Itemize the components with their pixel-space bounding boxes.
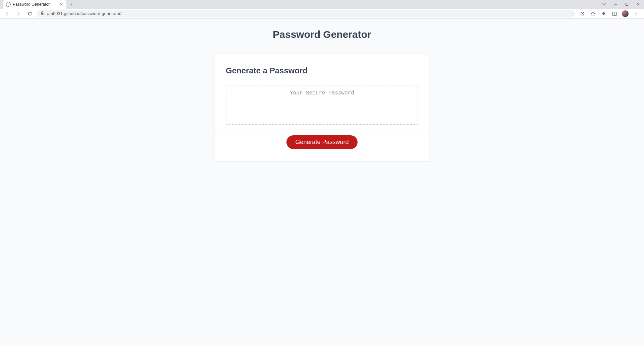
bookmark-star-icon[interactable] <box>588 9 598 18</box>
close-tab-icon[interactable]: ✕ <box>59 2 63 7</box>
content-column: Password Generator Generate a Password G… <box>215 29 429 346</box>
avatar-icon <box>622 10 629 17</box>
svg-rect-1 <box>626 3 628 6</box>
password-output[interactable] <box>226 85 418 125</box>
lock-icon <box>40 11 44 16</box>
close-window-button[interactable] <box>633 0 644 9</box>
svg-point-6 <box>636 13 637 14</box>
svg-rect-3 <box>613 12 616 15</box>
tab-search-icon[interactable] <box>598 2 610 7</box>
toolbar-right-icons <box>578 9 641 18</box>
svg-point-7 <box>636 15 637 16</box>
generate-password-button[interactable]: Generate Password <box>286 135 357 149</box>
page-title: Password Generator <box>215 29 429 40</box>
window-controls <box>598 0 644 9</box>
svg-rect-2 <box>41 13 44 15</box>
minimize-window-button[interactable] <box>610 0 621 9</box>
button-row: Generate Password <box>226 135 418 149</box>
share-icon[interactable] <box>578 9 587 18</box>
back-button[interactable] <box>3 9 11 18</box>
maximize-window-button[interactable] <box>621 0 633 9</box>
divider <box>215 130 429 130</box>
globe-icon <box>6 2 11 7</box>
new-tab-button[interactable]: + <box>66 0 76 9</box>
side-panel-icon[interactable] <box>610 9 619 18</box>
url-text: am0031.github.io/password-generator/ <box>47 11 122 16</box>
card-title: Generate a Password <box>226 66 418 75</box>
browser-toolbar: am0031.github.io/password-generator/ <box>0 9 644 19</box>
profile-avatar[interactable] <box>621 9 630 18</box>
forward-button[interactable] <box>14 9 23 18</box>
kebab-menu-icon[interactable] <box>631 9 641 18</box>
tab-title: Password Generator <box>13 2 57 7</box>
generator-card: Generate a Password Generate Password <box>215 55 429 161</box>
extensions-icon[interactable] <box>599 9 608 18</box>
browser-tab[interactable]: Password Generator ✕ <box>3 0 66 9</box>
page-body: Password Generator Generate a Password G… <box>0 19 644 346</box>
address-bar[interactable]: am0031.github.io/password-generator/ <box>37 10 575 17</box>
svg-point-5 <box>636 12 637 13</box>
reload-button[interactable] <box>25 9 34 18</box>
tab-strip: Password Generator ✕ + <box>0 0 644 9</box>
